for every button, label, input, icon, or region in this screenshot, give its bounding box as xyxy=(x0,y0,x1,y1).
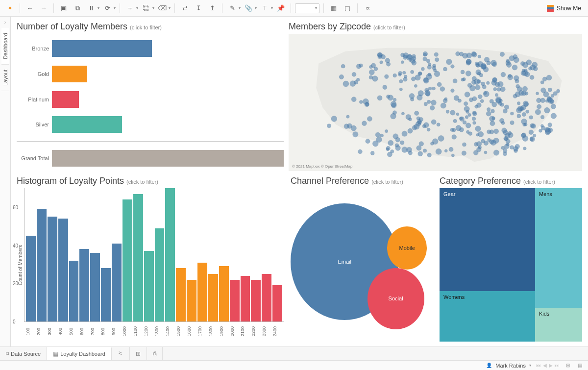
loyalty-bar[interactable] xyxy=(52,91,79,108)
map-point[interactable] xyxy=(530,137,533,141)
map-point[interactable] xyxy=(495,94,498,97)
panel-channel[interactable]: Channel Preference (click to filter) Ema… xyxy=(291,176,433,342)
hist-bar[interactable] xyxy=(79,249,89,321)
tab-active-dashboard[interactable]: ▦ Loyalty Dashboard xyxy=(47,347,112,360)
map-point[interactable] xyxy=(501,146,505,149)
map-point[interactable] xyxy=(451,65,455,69)
map-point[interactable] xyxy=(553,92,557,96)
map-point[interactable] xyxy=(510,121,514,124)
hist-bar[interactable] xyxy=(37,209,47,321)
rail-tab-layout[interactable]: Layout xyxy=(1,65,9,91)
hist-bar[interactable] xyxy=(58,219,68,321)
map-point[interactable] xyxy=(551,104,556,109)
map-point[interactable] xyxy=(377,96,382,100)
map-point[interactable] xyxy=(514,57,519,63)
map-point[interactable] xyxy=(407,147,412,152)
map-point[interactable] xyxy=(403,71,406,74)
map-point[interactable] xyxy=(450,110,455,115)
loyalty-bar[interactable] xyxy=(52,116,122,133)
pause-autoupdate-icon[interactable]: ⏸ xyxy=(85,2,97,14)
map-point[interactable] xyxy=(409,94,415,99)
treemap-cell-kids[interactable]: Kids xyxy=(535,308,582,342)
map-point[interactable] xyxy=(494,129,499,134)
nav-prev-icon[interactable]: ◀ xyxy=(543,363,547,368)
map-point[interactable] xyxy=(451,154,454,157)
hist-bar[interactable] xyxy=(176,268,186,321)
map-point[interactable] xyxy=(423,57,427,61)
map-point[interactable] xyxy=(544,107,550,113)
map-point[interactable] xyxy=(476,103,481,108)
map-point[interactable] xyxy=(487,107,490,111)
new-datasource-icon[interactable]: ⧉ xyxy=(72,2,83,14)
hist-bar[interactable] xyxy=(219,266,229,321)
map-point[interactable] xyxy=(475,85,480,90)
loyalty-bar[interactable] xyxy=(52,150,284,167)
show-cards-icon[interactable]: ▦ xyxy=(328,2,340,14)
map-point[interactable] xyxy=(398,71,402,75)
loyalty-bar-row[interactable]: Gold xyxy=(17,64,284,84)
map-point[interactable] xyxy=(437,123,440,126)
map-point[interactable] xyxy=(512,65,517,70)
map-point[interactable] xyxy=(526,110,529,113)
map-point[interactable] xyxy=(500,52,504,56)
map-point[interactable] xyxy=(453,79,457,83)
map-point[interactable] xyxy=(478,95,482,99)
map-point[interactable] xyxy=(514,75,519,81)
map-point[interactable] xyxy=(529,67,532,70)
map-point[interactable] xyxy=(523,147,526,150)
map-point[interactable] xyxy=(529,130,534,135)
map-point[interactable] xyxy=(466,123,471,128)
map-point[interactable] xyxy=(495,82,500,87)
map-point[interactable] xyxy=(493,150,499,155)
map-point[interactable] xyxy=(466,110,469,114)
map-point[interactable] xyxy=(506,62,512,68)
map-point[interactable] xyxy=(399,79,403,83)
map-point[interactable] xyxy=(466,71,471,76)
map-point[interactable] xyxy=(446,110,449,114)
map-point[interactable] xyxy=(399,88,402,91)
map-point[interactable] xyxy=(341,64,345,68)
map-point[interactable] xyxy=(367,117,372,122)
map-point[interactable] xyxy=(343,81,349,87)
map-point[interactable] xyxy=(418,72,422,75)
map-point[interactable] xyxy=(440,87,445,92)
map-point[interactable] xyxy=(428,87,432,90)
hist-bar[interactable] xyxy=(230,280,240,321)
map-point[interactable] xyxy=(346,115,349,118)
swap-icon[interactable]: ⇄ xyxy=(179,2,191,14)
map-point[interactable] xyxy=(461,70,465,74)
map-point[interactable] xyxy=(536,92,539,95)
map-point[interactable] xyxy=(359,100,363,104)
loyalty-bar[interactable] xyxy=(52,40,152,57)
map-point[interactable] xyxy=(534,67,538,71)
map-point[interactable] xyxy=(356,78,360,81)
map-point[interactable] xyxy=(393,74,397,77)
map-point[interactable] xyxy=(529,116,533,120)
map-point[interactable] xyxy=(408,128,413,133)
map-point[interactable] xyxy=(444,149,447,152)
map-point[interactable] xyxy=(468,113,471,117)
map-point[interactable] xyxy=(467,83,472,88)
save-icon[interactable]: ▣ xyxy=(58,2,70,14)
hist-bar[interactable] xyxy=(112,244,122,321)
map-point[interactable] xyxy=(492,102,497,107)
map-point[interactable] xyxy=(506,143,509,146)
map-point[interactable] xyxy=(433,69,437,72)
map-point[interactable] xyxy=(545,128,551,134)
map-point[interactable] xyxy=(339,74,343,79)
map-point[interactable] xyxy=(414,84,417,87)
hist-bar[interactable] xyxy=(187,280,196,321)
map-point[interactable] xyxy=(351,125,356,131)
map-point[interactable] xyxy=(412,56,416,61)
map-point[interactable] xyxy=(517,114,521,118)
map-point[interactable] xyxy=(459,52,464,56)
map-point[interactable] xyxy=(499,118,504,123)
map-point[interactable] xyxy=(533,134,536,137)
bubble-viz[interactable]: EmailMobileSocial xyxy=(291,188,433,342)
map-point[interactable] xyxy=(366,102,369,106)
map-point[interactable] xyxy=(427,100,431,103)
map-point[interactable] xyxy=(456,113,459,116)
map-point[interactable] xyxy=(492,62,497,67)
map-point[interactable] xyxy=(540,115,544,119)
map-point[interactable] xyxy=(385,129,388,132)
